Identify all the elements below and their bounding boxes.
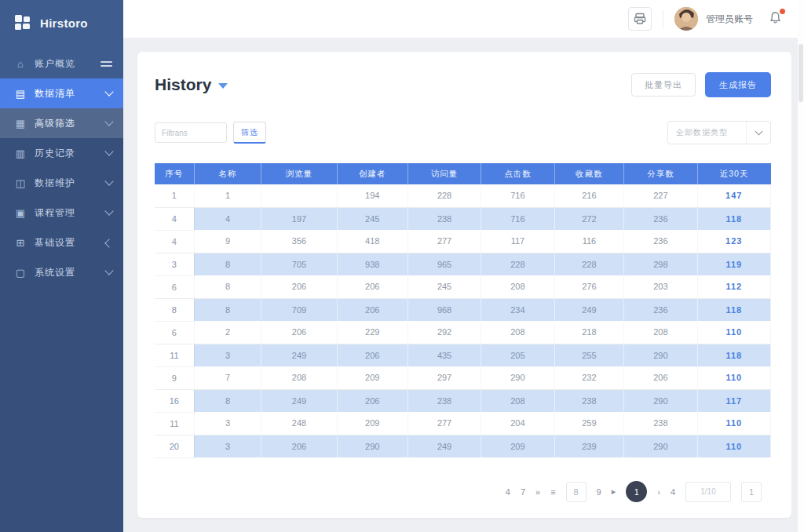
chevron-down-icon: [104, 87, 113, 96]
collapse-menu-icon[interactable]: [100, 61, 112, 67]
table-cell: 238: [624, 412, 697, 435]
table-cell: 232: [554, 366, 624, 389]
table-cell: 216: [554, 184, 624, 207]
user-avatar[interactable]: [674, 7, 698, 31]
table-cell: 206: [337, 344, 407, 366]
table-row[interactable]: 62206229292208218208110: [155, 321, 771, 344]
table-row[interactable]: 168249206238208238290117: [155, 389, 771, 412]
table-row[interactable]: 203206290249209239290110: [155, 435, 771, 457]
table-row[interactable]: 11194228716216227147: [155, 184, 771, 207]
logo-grid-icon: [13, 13, 33, 33]
sidebar-item-2[interactable]: ▤数据清单: [0, 78, 123, 108]
search-input[interactable]: [155, 122, 227, 143]
pagination-item[interactable]: 9: [597, 487, 601, 497]
sort-select[interactable]: 全部数据类型: [667, 121, 771, 144]
user-name[interactable]: 管理员账号: [706, 13, 753, 26]
table-cell-link[interactable]: 110: [697, 321, 770, 344]
table-row[interactable]: 113248209277204259238110: [155, 412, 771, 435]
column-header: 名称: [194, 163, 261, 184]
pagination-current-page[interactable]: 1: [626, 481, 647, 502]
table-cell: 8: [194, 298, 261, 321]
table-row[interactable]: 44197245238716272236118: [155, 207, 771, 230]
table-cell-link[interactable]: 112: [697, 275, 770, 298]
table-cell: 208: [481, 321, 554, 344]
sidebar-item-3[interactable]: ▦高级筛选: [0, 108, 123, 138]
primary-action-button[interactable]: 生成报告: [705, 72, 771, 97]
pagination-item[interactable]: 8: [566, 482, 587, 502]
pagination: 47»≡89▸1›41/101: [155, 461, 771, 502]
sidebar-item-8[interactable]: ▢系统设置: [0, 257, 123, 287]
table-header-row: 序号名称浏览量创建者访问量点击数收藏数分享数近30天: [155, 163, 771, 184]
table-cell: 968: [407, 298, 481, 321]
table-cell: 277: [407, 230, 481, 253]
sidebar-menu: ⌂账户概览▤数据清单▦高级筛选▥历史记录◫数据维护▣课程管理⊞基础设置▢系统设置: [0, 49, 123, 532]
pagination-item[interactable]: 1/10: [685, 482, 731, 502]
title-dropdown-icon[interactable]: [218, 83, 228, 89]
pagination-item[interactable]: 7: [521, 487, 525, 497]
table-cell: 8: [194, 389, 261, 412]
table-cell-link[interactable]: 117: [697, 389, 770, 412]
export-tool-button[interactable]: [628, 7, 652, 31]
doc-icon: ◫: [14, 177, 27, 189]
history-card: History 批量导出 生成报告 筛选 全部数据类型: [137, 52, 791, 518]
column-header: 访问量: [407, 163, 481, 184]
table-cell-link[interactable]: 119: [697, 253, 770, 275]
scrollbar-thumb[interactable]: [799, 44, 803, 102]
page-scrollbar[interactable]: [798, 0, 804, 532]
table-cell-link[interactable]: 147: [697, 184, 770, 207]
table-cell: 249: [261, 389, 337, 412]
sort-select-value: 全部数据类型: [668, 127, 746, 138]
table-cell-link[interactable]: 118: [697, 298, 770, 321]
pagination-item[interactable]: 4: [671, 487, 675, 497]
table-cell-link[interactable]: 110: [697, 366, 770, 389]
sidebar-item-7[interactable]: ⊞基础设置: [0, 228, 123, 257]
pagination-item[interactable]: »: [535, 487, 540, 497]
table-cell: 205: [481, 344, 554, 366]
table-cell: 236: [624, 207, 697, 230]
column-header: 创建者: [337, 163, 407, 184]
table-cell: 290: [624, 344, 697, 366]
pagination-item[interactable]: ▸: [612, 486, 616, 497]
pagination-item[interactable]: ≡: [550, 487, 555, 497]
chevron-down-icon: [104, 177, 113, 185]
filter-button[interactable]: 筛选: [233, 122, 266, 144]
table-cell: 290: [481, 366, 554, 389]
table-row[interactable]: 49356418277117116236123: [155, 230, 771, 253]
column-header: 浏览量: [261, 163, 337, 184]
table-cell: 228: [554, 253, 624, 275]
page-title: History: [155, 75, 228, 94]
table-cell: 249: [261, 344, 337, 366]
table-row[interactable]: 88709206968234249236118: [155, 298, 771, 321]
sidebar-item-6[interactable]: ▣课程管理: [0, 198, 123, 228]
user-icon: ▣: [14, 207, 27, 219]
table-cell: 1: [194, 184, 261, 207]
table-wrapper: 序号名称浏览量创建者访问量点击数收藏数分享数近30天 1119422871621…: [155, 163, 771, 458]
table-cell-link[interactable]: 118: [697, 207, 770, 230]
table-cell-link[interactable]: 123: [697, 230, 770, 253]
table-cell: 206: [261, 435, 337, 457]
table-row[interactable]: 68206206245208276203112: [155, 275, 771, 298]
table-cell-link[interactable]: 110: [697, 412, 770, 435]
secondary-action-button[interactable]: 批量导出: [631, 73, 696, 97]
table-row[interactable]: 38705938965228228298119: [155, 253, 771, 275]
pagination-item[interactable]: 4: [506, 487, 510, 497]
logo-text: Hirstoro: [40, 16, 88, 30]
table-row[interactable]: 113249206435205255290118: [155, 344, 771, 366]
sidebar-item-label: 高级筛选: [35, 117, 106, 130]
topbar: 管理员账号: [123, 0, 804, 38]
chevron-down-icon: [104, 117, 113, 126]
table-cell: 236: [624, 230, 697, 253]
table-cell: 238: [407, 389, 481, 412]
table-row[interactable]: 97208209297290232206110: [155, 366, 771, 389]
table-cell: 290: [624, 435, 697, 457]
table-cell: 3: [194, 435, 261, 457]
sidebar-item-5[interactable]: ◫数据维护: [0, 168, 123, 198]
notifications-button[interactable]: [769, 11, 782, 27]
sidebar-item-4[interactable]: ▥历史记录: [0, 138, 123, 168]
table-cell-link[interactable]: 110: [697, 435, 770, 457]
table-cell-link[interactable]: 118: [697, 344, 770, 366]
pagination-item[interactable]: 1: [741, 482, 762, 502]
sidebar-item-1[interactable]: ⌂账户概览: [0, 49, 123, 78]
pagination-item[interactable]: ›: [657, 487, 660, 497]
column-header: 分享数: [624, 163, 697, 184]
